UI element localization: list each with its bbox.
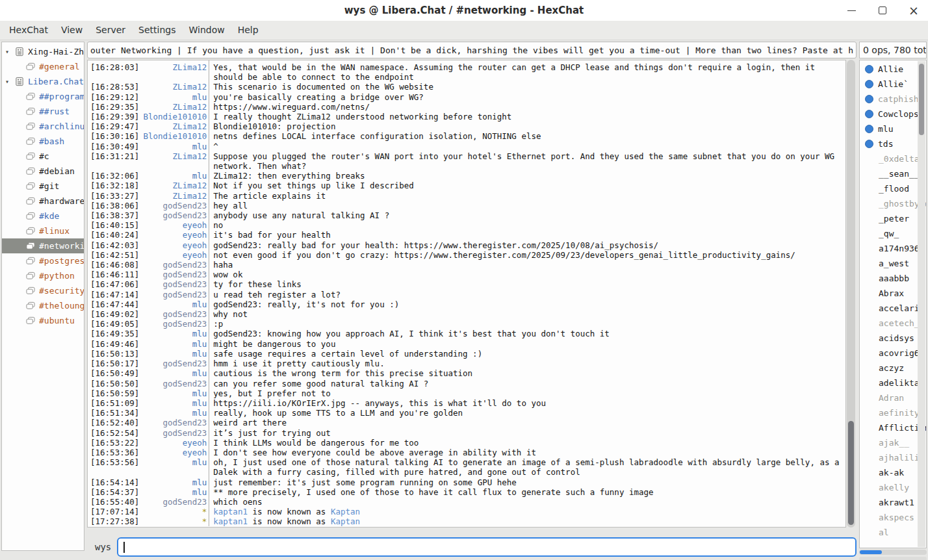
sidebar-item-programming[interactable]: ##programming [2,89,84,104]
user-ajhalili2[interactable]: ajhalili2 [860,450,926,465]
user-a174n936[interactable]: a174n936 [860,241,926,256]
user-tds[interactable]: tds [860,136,926,151]
user-list[interactable]: AllieAllie`catphishCowclops`mlutds_0xdel… [859,60,927,548]
chat-scrollbar-thumb[interactable] [848,421,854,525]
nick[interactable]: godSend23 [139,418,207,427]
nick[interactable]: Blondie101010 [139,131,207,141]
nick[interactable]: eyeoh [139,250,207,260]
sidebar-item-ubuntu[interactable]: #ubuntu [2,313,84,328]
sidebar-item-bash[interactable]: #bash [2,134,84,149]
nick[interactable]: godSend23 [139,428,207,438]
nick[interactable]: eyeoh [139,240,207,250]
user-mlu[interactable]: mlu [860,121,926,136]
nick[interactable]: godSend23 [139,201,207,210]
user-0xdelta[interactable]: _0xdelta [860,151,926,166]
userlist-hscrollbar-thumb[interactable] [860,550,882,554]
user-cowclops[interactable]: Cowclops` [860,107,926,121]
nick[interactable]: * [139,516,207,526]
userlist-hscrollbar[interactable] [859,550,927,555]
user-ak-ak[interactable]: ak-ak [860,465,926,480]
user-adran[interactable]: Adran [860,390,926,405]
userlist-scrollbar[interactable] [918,61,925,547]
chat-scrollbar[interactable] [847,60,855,528]
nick[interactable]: godSend23 [139,309,207,319]
nick[interactable]: eyeoh [139,230,207,240]
nick[interactable]: mlu [139,477,207,487]
nick[interactable]: godSend23 [139,497,207,507]
nick[interactable]: godSend23 [139,319,207,329]
sidebar-item-c[interactable]: #c [2,149,84,164]
menu-help[interactable]: Help [231,21,265,40]
menu-window[interactable]: Window [182,21,231,40]
sidebar-item-libera-chat[interactable]: ▾Libera.Chat [2,74,84,89]
nick[interactable]: mlu [139,398,207,408]
nick[interactable]: eyeoh [139,438,207,448]
nick-reference[interactable]: Kaptan [331,507,360,516]
sidebar-item-debian[interactable]: #debian [2,164,84,179]
user-akrawt1[interactable]: akrawt1 [860,495,926,510]
userlist-scrollbar-thumb[interactable] [919,64,924,135]
user-sean[interactable]: __sean__ [860,166,926,181]
expander-icon[interactable]: ▾ [5,48,14,55]
nick[interactable]: ZLima12 [139,102,207,112]
sidebar-item-thelounge[interactable]: #thelounge [2,298,84,313]
topic-input[interactable] [88,42,856,58]
nick[interactable]: mlu [139,368,207,378]
user-peter[interactable]: _peter [860,211,926,226]
nick[interactable]: mlu [139,299,207,309]
user-allie[interactable]: Allie` [860,77,926,92]
sidebar-item-security[interactable]: #security [2,283,84,298]
nick[interactable]: godSend23 [139,210,207,220]
nick[interactable]: godSend23 [139,260,207,270]
nick[interactable]: mlu [139,171,207,181]
nick[interactable]: ZLima12 [139,181,207,190]
nick[interactable]: mlu [139,457,207,477]
nick[interactable]: mlu [139,329,207,338]
user-acovrig60[interactable]: acovrig60 [860,346,926,361]
user-ghostbyte[interactable]: _ghostbyte [860,196,926,211]
user-adeliktas[interactable]: adeliktas [860,375,926,390]
user-catphish[interactable]: catphish [860,92,926,107]
nick-reference[interactable]: kaptan1 [213,516,248,526]
nick[interactable]: mlu [139,487,207,497]
user-accelario[interactable]: accelario [860,301,926,316]
sidebar-item-general[interactable]: #general [2,59,84,74]
nick[interactable]: mlu [139,349,207,359]
nick[interactable]: mlu [139,339,207,349]
sidebar-item-networking[interactable]: #networking [2,238,84,253]
nick[interactable]: mlu [139,142,207,151]
sidebar-item-linux[interactable]: #linux [2,223,84,238]
message-input[interactable] [117,537,857,557]
sidebar-item-rust[interactable]: ##rust [2,104,84,119]
channel-tree[interactable]: ▾Xing-Hai-Zhan#general▾Libera.Chat##prog… [1,42,84,551]
nick[interactable]: ZLima12 [139,151,207,171]
sidebar-item-kde[interactable]: #kde [2,209,84,223]
user-akspecs[interactable]: akspecs [860,510,926,525]
nick[interactable]: ZLima12 [139,191,207,201]
user-al[interactable]: al [860,525,926,540]
user-acetech[interactable]: acetech_ [860,316,926,331]
nick[interactable]: mlu [139,408,207,418]
user-abrax[interactable]: Abrax [860,286,926,301]
user-akelly[interactable]: akelly [860,480,926,495]
nick[interactable]: mlu [139,92,207,102]
minimize-button[interactable] [846,5,857,16]
sidebar-item-postgresql[interactable]: #postgresql [2,253,84,268]
nick[interactable]: godSend23 [139,270,207,279]
nick-reference[interactable]: Kaptan [331,516,360,526]
nick-reference[interactable]: kaptan1 [213,507,248,516]
chat-area[interactable]: [16:28:03]ZLima12Yes, that would be in t… [87,60,846,528]
close-button[interactable]: × [909,5,919,16]
menu-settings[interactable]: Settings [132,21,182,40]
nick[interactable]: ZLima12 [139,121,207,131]
nick[interactable]: godSend23 [139,290,207,299]
nick[interactable]: Blondie101010 [139,112,207,121]
sidebar-item-python[interactable]: #python [2,268,84,283]
user-affliction[interactable]: Affliction [860,420,926,435]
menu-view[interactable]: View [55,21,89,40]
sidebar-item-hardware[interactable]: #hardware [2,194,84,209]
nick[interactable]: mlu [139,388,207,398]
nick[interactable]: eyeoh [139,220,207,230]
nick[interactable]: ZLima12 [139,62,207,82]
nick[interactable]: godSend23 [139,279,207,289]
